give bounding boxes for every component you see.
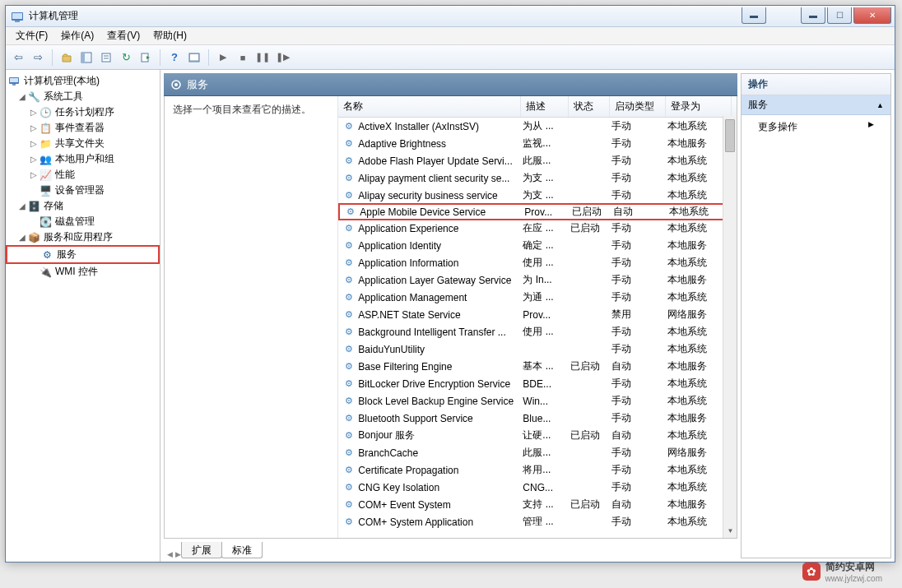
expand-icon[interactable]: ▷ [29,139,39,148]
service-row[interactable]: ⚙COM+ Event System支持 ...已启动自动本地服务 [338,496,737,513]
scroll-thumb[interactable] [725,119,735,152]
col-desc-header[interactable]: 描述 [521,96,569,117]
service-name: Apple Mobile Device Service [360,206,524,218]
expand-icon[interactable]: ▷ [29,123,39,132]
service-desc: 使用 ... [523,256,570,270]
nav-back-button[interactable]: ⇦ [9,49,27,67]
service-row[interactable]: ⚙Block Level Backup Engine ServiceWin...… [338,392,737,410]
description-prompt: 选择一个项目来查看它的描述。 [173,104,311,115]
service-row[interactable]: ⚙BaiduYunUtility手动本地系统 [338,340,737,358]
menu-view[interactable]: 查看(V) [100,27,146,44]
up-button[interactable] [58,49,76,67]
tree-label: 服务和应用程序 [44,230,113,244]
service-start: 手动 [611,154,667,168]
service-row[interactable]: ⚙Application Experience在应 ...已启动手动本地系统 [338,220,737,237]
service-row[interactable]: ⚙Application Management为通 ...手动本地系统 [338,289,737,306]
expand-icon[interactable]: ▷ [29,108,39,117]
tree-root[interactable]: 计算机管理(本地) [6,73,160,89]
menu-help[interactable]: 帮助(H) [146,27,193,44]
tree-event-viewer[interactable]: ▷ 📋 事件查看器 [6,120,160,136]
minimize-button[interactable]: ▬ [801,7,825,24]
show-hide-tree-button[interactable] [77,49,95,67]
service-row[interactable]: ⚙BitLocker Drive Encryption ServiceBDE..… [338,375,737,392]
tab-scroll-icons[interactable]: ◀ ▶ [167,550,181,558]
collapse-icon[interactable]: ◢ [17,233,27,242]
actions-group[interactable]: 服务 ▲ [742,95,890,115]
tree-task-scheduler[interactable]: ▷ 🕒 任务计划程序 [6,104,160,120]
service-rows[interactable]: ⚙ActiveX Installer (AxInstSV)为从 ...手动本地系… [338,118,737,538]
col-logon-header[interactable]: 登录为 [666,96,732,117]
properties-button[interactable] [97,49,115,67]
tree-system-tools[interactable]: ◢ 🔧 系统工具 [6,89,160,104]
service-row[interactable]: ⚙Bonjour 服务让硬...已启动自动本地系统 [338,427,737,444]
service-row[interactable]: ⚙Adobe Flash Player Update Servi...此服...… [338,152,737,169]
gear-icon: ⚙ [343,396,355,407]
console-button[interactable] [185,49,203,67]
tree-performance[interactable]: ▷ 📈 性能 [6,167,160,183]
service-start: 自动 [611,359,667,373]
app-icon [11,10,24,23]
service-row[interactable]: ⚙COM+ System Application管理 ...手动本地系统 [338,513,737,530]
service-row[interactable]: ⚙Bluetooth Support ServiceBlue...手动本地服务 [338,410,737,427]
service-name: Application Experience [358,223,523,234]
collapse-icon[interactable]: ◢ [17,201,27,211]
window-extra-button[interactable]: ▬ [742,7,766,24]
service-row[interactable]: ⚙Certificate Propagation将用...手动本地系统 [338,461,737,479]
service-row[interactable]: ⚙Alipay payment client security se...为支 … [338,169,737,187]
service-row[interactable]: ⚙Application Layer Gateway Service为 In..… [338,271,737,289]
restart-button[interactable]: ❚▶ [273,49,291,67]
tree-wmi[interactable]: 🔌 WMI 控件 [6,264,160,280]
service-row[interactable]: ⚙Application Identity确定 ...手动本地服务 [338,237,737,254]
gear-icon: ⚙ [343,292,355,303]
service-row[interactable]: ⚙CNG Key IsolationCNG...手动本地系统 [338,479,737,496]
service-row[interactable]: ⚙ActiveX Installer (AxInstSV)为从 ...手动本地系… [338,118,737,135]
service-row[interactable]: ⚙Base Filtering Engine基本 ...已启动自动本地服务 [338,358,737,375]
service-row[interactable]: ⚙BranchCache此服...手动网络服务 [338,444,737,461]
service-row[interactable]: ⚙Alipay security business service为支 ...手… [338,187,737,204]
actions-more[interactable]: 更多操作 ▶ [742,115,890,139]
tree-shared-folders[interactable]: ▷ 📁 共享文件夹 [6,136,160,151]
service-name: ActiveX Installer (AxInstSV) [358,121,523,132]
menu-file[interactable]: 文件(F) [9,27,54,44]
col-status-header[interactable]: 状态 [569,96,610,117]
pause-button[interactable]: ❚❚ [253,49,272,67]
stop-button[interactable]: ■ [234,49,252,67]
nav-forward-button[interactable]: ⇨ [29,49,47,67]
tree-pane[interactable]: 计算机管理(本地) ◢ 🔧 系统工具 ▷ 🕒 任务计划程序 ▷ 📋 事件查看器 … [6,70,160,562]
menu-action[interactable]: 操作(A) [54,27,100,44]
wmi-icon: 🔌 [39,266,52,279]
play-button[interactable]: ▶ [214,49,232,67]
service-row[interactable]: ⚙Application Information使用 ...手动本地系统 [338,254,737,271]
service-row[interactable]: ⚙Background Intelligent Transfer ...使用 .… [338,323,737,340]
tree-services[interactable]: ⚙ 服务 [6,245,160,264]
tree-label: 任务计划程序 [55,105,114,119]
maximize-button[interactable]: ☐ [827,7,852,24]
expand-icon[interactable]: ▷ [29,170,39,179]
collapse-icon[interactable]: ◢ [17,92,27,101]
service-name: COM+ System Application [358,516,523,528]
help-button[interactable]: ? [165,49,184,67]
tab-extended[interactable]: 扩展 [181,542,222,558]
service-row[interactable]: ⚙Adaptive Brightness监视...手动本地服务 [338,135,737,152]
col-name-header[interactable]: 名称 [338,96,521,117]
refresh-button[interactable]: ↻ [117,49,135,67]
export-button[interactable] [137,49,155,67]
service-row[interactable]: ⚙Apple Mobile Device ServiceProv...已启动自动… [338,203,737,220]
gear-icon: ⚙ [343,275,355,286]
service-start: 手动 [611,119,667,133]
expand-icon[interactable]: ▷ [29,155,39,164]
service-desc: 此服... [523,446,570,460]
service-desc: 在应 ... [523,221,570,235]
tree-services-apps[interactable]: ◢ 📦 服务和应用程序 [6,229,160,245]
tab-standard[interactable]: 标准 [221,542,263,558]
tree-disk-mgmt[interactable]: 💽 磁盘管理 [6,214,160,229]
vertical-scrollbar[interactable]: ▲ ▼ [723,116,737,538]
tree-storage[interactable]: ◢ 🗄️ 存储 [6,198,160,214]
service-row[interactable]: ⚙ASP.NET State ServiceProv...禁用网络服务 [338,306,737,323]
scroll-down-icon[interactable]: ▼ [723,524,737,538]
tree-local-users[interactable]: ▷ 👥 本地用户和组 [6,151,160,167]
service-start: 手动 [611,171,667,185]
col-start-header[interactable]: 启动类型 [610,96,666,117]
tree-device-manager[interactable]: 🖥️ 设备管理器 [6,183,160,198]
close-button[interactable]: ✕ [853,7,891,24]
